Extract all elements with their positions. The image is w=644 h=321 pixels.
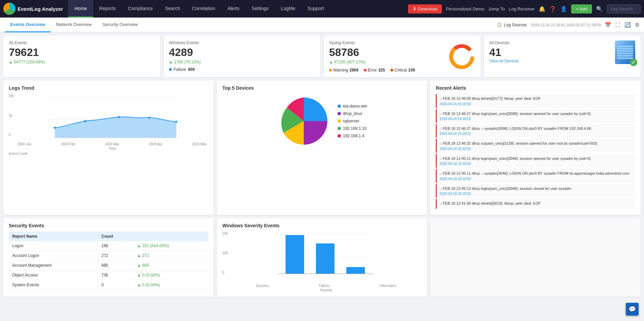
svg-point-10	[148, 117, 150, 119]
pie-chart	[277, 94, 331, 148]
x-label-feb: 2020 Feb	[61, 142, 75, 146]
subtab-security-overview[interactable]: Security Overview	[97, 18, 143, 32]
tab-compliance[interactable]: Compliance	[122, 0, 159, 18]
bar-label-information: Information	[380, 284, 397, 288]
top-nav: EventLog Analyzer Home Reports Complianc…	[0, 0, 644, 18]
all-events-label: All Events	[9, 40, 155, 45]
expand-icon[interactable]: ⛶	[615, 22, 620, 28]
alert-item: -: FEB 18 12:46:27 dhcp -- sysadm[3098]:…	[436, 124, 635, 138]
placeholder-card	[430, 218, 641, 297]
windows-failure-sub: Failure 800	[169, 67, 315, 72]
table-row: Account Management 680 ▲ 680	[9, 261, 208, 270]
alert-text-6: -: FEB 18 12:45:11 dhcp -- sysadm[3046]:…	[439, 171, 633, 176]
x-axis-label: Time	[16, 147, 208, 150]
critical-dot	[391, 69, 393, 71]
row-trend: ▲ 272	[134, 251, 208, 261]
row-name: System Events	[9, 280, 98, 290]
syslog-events-label: Syslog Events	[329, 40, 444, 45]
calendar-icon[interactable]: 📅	[605, 22, 611, 28]
log-search-input[interactable]	[607, 4, 641, 13]
subtab-events-overview[interactable]: Events Overview	[5, 18, 51, 32]
legend-192-168-1-10: 192.168.1.10	[338, 126, 367, 131]
settings-icon[interactable]: ⚙	[635, 22, 639, 28]
alert-time-2: 2020-04-16 15:18:52	[439, 117, 633, 121]
download-button[interactable]: ⬇ Download	[408, 4, 442, 13]
alert-item: -: FEB 18 12:45:11 dhcp -- sysadm[3046]:…	[436, 169, 635, 182]
tab-search[interactable]: Search	[159, 0, 186, 18]
add-button[interactable]: + Add	[571, 4, 592, 13]
sy-label-10k: 10k	[222, 232, 228, 235]
bar-failure	[316, 243, 334, 274]
tab-logme[interactable]: LogMe	[275, 0, 301, 18]
all-events-change: ▲ 54777 (220.48%)	[9, 60, 155, 64]
help-icon[interactable]: ❓	[549, 6, 556, 12]
tab-support[interactable]: Support	[301, 0, 330, 18]
error-label: Error	[368, 68, 377, 72]
alert-text-8: -: FEB 18 12:41:59 dhcp telnetd[3019]: t…	[439, 201, 633, 206]
sy-label-100: 100	[222, 251, 228, 255]
log-receiver-link[interactable]: Log Receiver	[509, 6, 535, 11]
alert-text-2: -: FEB 18 12:46:27 dhcp login(pam_unix)[…	[439, 111, 633, 116]
recent-alerts-card: Recent Alerts -: FEB 18 12:46:59 dhcp te…	[430, 81, 641, 215]
alert-item: -: FEB 18 12:46:27 dhcp login(pam_unix)[…	[436, 109, 635, 123]
subtab-network-overview[interactable]: Network Overview	[51, 18, 97, 32]
svg-point-9	[118, 116, 120, 118]
svg-point-7	[54, 127, 56, 129]
syslog-events-card: Syslog Events 58786 ▲ 47195 (407.17%) Wa…	[324, 36, 481, 77]
recent-alerts-title: Recent Alerts	[436, 85, 635, 91]
tab-settings[interactable]: Settings	[245, 0, 275, 18]
tab-home[interactable]: Home	[68, 0, 93, 18]
stats-row: All Events 79621 ▲ 54777 (220.48%) Windo…	[3, 36, 641, 77]
personalized-demo-link[interactable]: Personalized Demo	[446, 6, 484, 11]
user-icon[interactable]: 👤	[560, 6, 567, 12]
logs-trend-title: Logs Trend	[9, 85, 208, 91]
top-right: ⬇ Download Personalized Demo Jump To Log…	[408, 4, 641, 13]
tab-alerts[interactable]: Alerts	[221, 0, 246, 18]
tab-reports[interactable]: Reports	[93, 0, 122, 18]
logo[interactable]: EventLog Analyzer	[3, 3, 63, 15]
windows-severity-title: Windows Severity Events	[222, 223, 422, 228]
error-dot	[364, 69, 367, 71]
svg-point-11	[175, 121, 177, 123]
alert-item: -: FEB 18 12:45:13 dhcp login(pam_unix)[…	[436, 184, 635, 198]
security-events-title: Security Events	[9, 223, 208, 228]
alert-time-4: 2020-04-16 15:18:52	[439, 147, 633, 151]
x-label-may: 2020 May	[192, 142, 207, 146]
x-label-mar: 2020 Mar	[105, 142, 119, 146]
jump-to-link[interactable]: Jump To	[488, 6, 505, 11]
bell-icon[interactable]: 🔔	[539, 6, 545, 12]
legend-dhcp-linux: dhcp_linux	[338, 111, 367, 116]
y-axis-label: Event Count	[9, 152, 208, 155]
device-icon-wrapper: ✓	[615, 40, 635, 64]
tab-correlation[interactable]: Correlation	[186, 0, 221, 18]
refresh-icon[interactable]: 🔄	[624, 22, 631, 28]
view-all-devices-link[interactable]: View All Devices	[489, 59, 519, 63]
sy-label-0: 0	[222, 270, 228, 274]
legend-label-1: ela-demo-win	[343, 104, 367, 109]
log-sources-button[interactable]: 📋 Log Sources	[497, 23, 527, 27]
search-icon[interactable]: 🔍	[596, 6, 603, 12]
severity-y-axis: 10k 100 0	[222, 232, 230, 282]
alerts-list: -: FEB 18 12:46:59 dhcp telnetd[3177]: t…	[436, 94, 635, 210]
warning-item: Warning 2869	[329, 68, 358, 72]
legend-sqlserver: sqlserver	[338, 119, 367, 123]
warning-dot	[329, 69, 332, 71]
bar-information	[346, 267, 365, 274]
main-content: All Events 79621 ▲ 54777 (220.48%) Windo…	[0, 32, 644, 300]
row-trend: ▲ 0 (0.00%)	[134, 280, 208, 290]
y-label-0: 0	[9, 133, 14, 137]
alert-time-6: 2020-04-16 15:18:52	[439, 177, 633, 181]
legend-ela-demo-win: ela-demo-win	[338, 104, 367, 109]
legend-dot-1	[338, 105, 341, 108]
nav-tabs: Home Reports Compliance Search Correlati…	[68, 0, 330, 18]
bar-label-success: Success	[256, 284, 269, 288]
bottom-row: Security Events Report Name Count Logon …	[3, 218, 641, 297]
logs-trend-svg	[16, 94, 208, 141]
row-count: 0	[98, 280, 134, 290]
row-count: 680	[98, 261, 134, 270]
alert-time-3: 2020-04-16 15:18:52	[439, 132, 633, 136]
sub-nav: Events Overview Network Overview Securit…	[0, 18, 644, 32]
row-name: Object Access	[9, 270, 98, 280]
pie-legend: ela-demo-win dhcp_linux sqlserver 192.16…	[338, 104, 367, 138]
trend-x-labels: 2020 Jan 2020 Feb 2020 Mar 2020 Apr 2020…	[16, 142, 208, 146]
